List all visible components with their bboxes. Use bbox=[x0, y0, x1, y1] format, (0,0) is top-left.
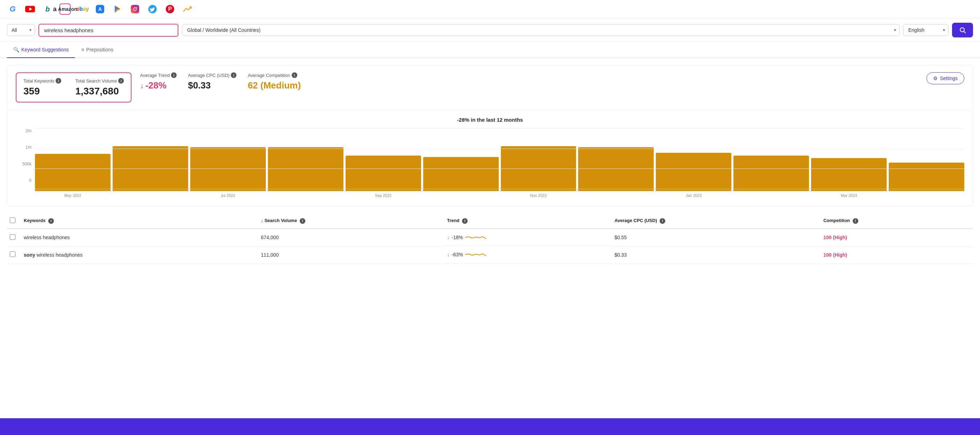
bar-labels: May 2022Jul 2022Sep 2022Nov 2022Jan 2023… bbox=[35, 194, 964, 198]
search-button[interactable] bbox=[952, 23, 973, 37]
tab-keyword-suggestions[interactable]: 🔍 Keyword Suggestions bbox=[7, 42, 75, 58]
total-keywords-label: Total Keywords i bbox=[24, 78, 61, 84]
bar-11[interactable] bbox=[889, 163, 964, 191]
bar-col-5 bbox=[423, 157, 499, 191]
trend-down-arrow-icon-0: ↓ bbox=[447, 235, 449, 240]
bar-6[interactable] bbox=[501, 146, 576, 191]
amazon-label: Amazon bbox=[58, 6, 77, 12]
bar-label-2: Jul 2022 bbox=[190, 194, 266, 198]
total-search-volume-card: Total Search Volume i 1,337,680 bbox=[75, 78, 124, 97]
table-header-search-volume: ↓ Search Volume i bbox=[258, 213, 444, 229]
bar-5[interactable] bbox=[423, 157, 499, 191]
bar-col-9 bbox=[733, 156, 809, 191]
svg-rect-8 bbox=[131, 5, 139, 13]
bar-label-5 bbox=[423, 194, 499, 198]
total-keywords-value: 359 bbox=[24, 86, 61, 97]
ebay-nav-icon[interactable]: ebay bbox=[77, 3, 88, 15]
amazon-nav-icon[interactable]: a Amazon bbox=[59, 3, 71, 15]
instagram-nav-icon[interactable] bbox=[129, 3, 141, 15]
search-type-wrapper[interactable]: All bbox=[7, 24, 35, 36]
bar-col-3 bbox=[268, 147, 344, 191]
table-header-row: Keywords i ↓ Search Volume i Trend i Ave… bbox=[7, 213, 973, 229]
average-competition-value: 62 (Medium) bbox=[248, 80, 301, 91]
tab-prepositions[interactable]: ≡ Prepositions bbox=[75, 42, 119, 58]
bar-9[interactable] bbox=[733, 156, 809, 191]
sparkline-0 bbox=[465, 234, 486, 241]
google-play-nav-icon[interactable] bbox=[112, 3, 123, 15]
bar-3[interactable] bbox=[268, 147, 344, 191]
total-keywords-card: Total Keywords i 359 bbox=[24, 78, 61, 97]
bar-label-8: Jan 2023 bbox=[656, 194, 731, 198]
bar-7[interactable] bbox=[578, 147, 654, 191]
avg-cpc-cell-0: $0.55 bbox=[612, 229, 821, 246]
bars-row bbox=[35, 128, 964, 191]
trend-down-arrow-icon-1: ↓ bbox=[447, 252, 449, 257]
average-competition-info-icon[interactable]: i bbox=[292, 72, 297, 78]
bar-label-1 bbox=[113, 194, 188, 198]
avg-cpc-col-info-icon[interactable]: i bbox=[660, 218, 665, 224]
average-cpc-value: $0.33 bbox=[188, 80, 236, 91]
bing-nav-icon[interactable]: b bbox=[42, 3, 53, 15]
twitter-nav-icon[interactable] bbox=[147, 3, 158, 15]
search-volume-cell-1: 111,000 bbox=[258, 246, 444, 263]
google-nav-icon[interactable]: G bbox=[7, 3, 18, 15]
competition-col-info-icon[interactable]: i bbox=[853, 218, 858, 224]
search-bar-area: All Global / Worldwide (All Countries) E… bbox=[0, 19, 980, 42]
trends-nav-icon[interactable] bbox=[182, 3, 193, 15]
location-select[interactable]: Global / Worldwide (All Countries) bbox=[182, 24, 900, 36]
average-cpc-info-icon[interactable]: i bbox=[231, 72, 236, 78]
location-wrapper[interactable]: Global / Worldwide (All Countries) bbox=[182, 24, 900, 36]
table-row: sony wireless headphones111,000↓-63%$0.3… bbox=[7, 246, 973, 263]
language-wrapper[interactable]: English bbox=[903, 24, 948, 36]
svg-text:A: A bbox=[98, 6, 102, 12]
search-input[interactable] bbox=[44, 27, 173, 33]
bar-label-4: Sep 2022 bbox=[345, 194, 421, 198]
prepositions-icon: ≡ bbox=[81, 47, 84, 52]
total-search-volume-label: Total Search Volume i bbox=[75, 78, 124, 84]
table-header-avg-cpc: Average CPC (USD) i bbox=[612, 213, 821, 229]
pinterest-nav-icon[interactable]: P bbox=[164, 3, 176, 15]
search-volume-col-info-icon[interactable]: i bbox=[300, 218, 305, 224]
bar-col-11 bbox=[889, 163, 964, 191]
svg-line-15 bbox=[964, 32, 966, 33]
row-checkbox-0[interactable] bbox=[10, 234, 15, 240]
chart-section: -28% in the last 12 months 2m 1m 500k 0 … bbox=[7, 110, 973, 206]
bottom-spacer bbox=[0, 264, 980, 285]
settings-button[interactable]: ⚙ Settings bbox=[926, 72, 964, 84]
row-checkbox-1[interactable] bbox=[10, 251, 15, 257]
bar-col-2 bbox=[190, 147, 266, 191]
average-trend-value: -28% bbox=[145, 80, 167, 91]
bar-label-7 bbox=[578, 194, 654, 198]
bar-1[interactable] bbox=[113, 146, 188, 191]
average-cpc-label: Average CPC (USD) i bbox=[188, 72, 236, 78]
bar-10[interactable] bbox=[811, 158, 887, 191]
appstore-nav-icon[interactable]: A bbox=[94, 3, 106, 15]
table-body: wireless headphones674,000↓-18%$0.55100 … bbox=[7, 229, 973, 263]
bar-4[interactable] bbox=[345, 156, 421, 191]
select-all-checkbox[interactable] bbox=[10, 218, 15, 223]
bar-2[interactable] bbox=[190, 147, 266, 191]
bar-col-6 bbox=[501, 146, 576, 191]
chart-title: -28% in the last 12 months bbox=[16, 117, 964, 123]
average-trend-info-icon[interactable]: i bbox=[171, 72, 177, 78]
chart-y-axis: 2m 1m 500k 0 bbox=[16, 128, 32, 191]
competition-cell-1: 100 (High) bbox=[821, 246, 973, 263]
table-section: Keywords i ↓ Search Volume i Trend i Ave… bbox=[7, 213, 973, 264]
trend-col-info-icon[interactable]: i bbox=[462, 218, 468, 224]
total-search-volume-info-icon[interactable]: i bbox=[118, 78, 124, 84]
total-keywords-info-icon[interactable]: i bbox=[56, 78, 61, 84]
bar-8[interactable] bbox=[656, 153, 731, 191]
bar-label-3 bbox=[268, 194, 344, 198]
bar-label-11 bbox=[889, 194, 964, 198]
search-type-select[interactable]: All bbox=[7, 24, 35, 36]
bar-label-10: Mar 2023 bbox=[811, 194, 887, 198]
bar-0[interactable] bbox=[35, 154, 111, 191]
language-select[interactable]: English bbox=[903, 24, 948, 36]
table-header-trend: Trend i bbox=[444, 213, 612, 229]
keywords-col-info-icon[interactable]: i bbox=[48, 218, 54, 224]
bar-col-8 bbox=[656, 153, 731, 191]
table-row: wireless headphones674,000↓-18%$0.55100 … bbox=[7, 229, 973, 246]
stats-row: Total Keywords i 359 Total Search Volume… bbox=[16, 72, 964, 102]
youtube-nav-icon[interactable] bbox=[24, 3, 36, 15]
svg-point-10 bbox=[137, 7, 137, 8]
